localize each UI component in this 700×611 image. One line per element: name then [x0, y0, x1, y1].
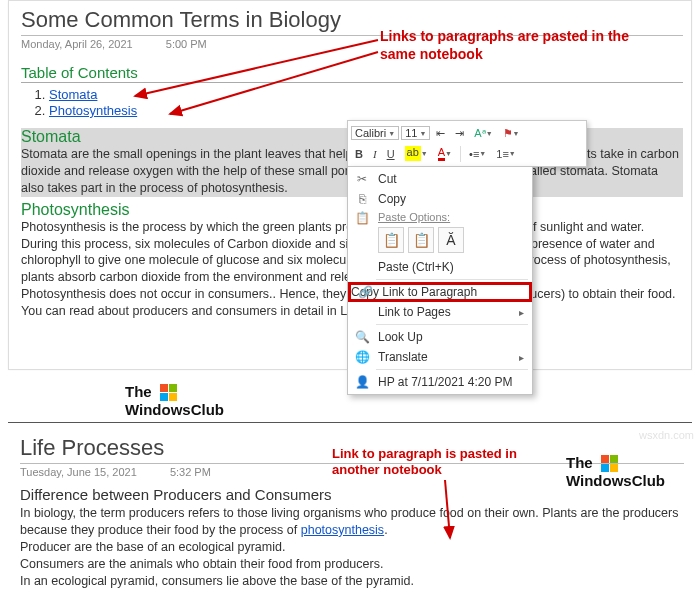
mini-toolbar: Calibri▼ 11▼ ⇤ ⇥ Aᵃ▼ ⚑▼ B I U ab▼ A▼ •≡▼…	[347, 120, 587, 167]
watermark: wsxdn.com	[639, 429, 694, 441]
page-date: Tuesday, June 15, 2021	[20, 466, 137, 478]
context-menu: ✂Cut ⎘Copy 📋Paste Options: 📋 📋 Ă Paste (…	[347, 166, 533, 395]
font-family-select[interactable]: Calibri▼	[351, 126, 399, 140]
menu-separator	[376, 369, 528, 370]
ctx-copy[interactable]: ⎘Copy	[348, 189, 532, 209]
body-line: In an ecological pyramid, consumers lie …	[20, 573, 684, 590]
paste-options-row: 📋 📋 Ă	[348, 225, 532, 257]
body-line: Producer are the base of an ecological p…	[20, 539, 684, 556]
ctx-link-to-pages[interactable]: Link to Pages	[348, 302, 532, 322]
toc-link-stomata[interactable]: Stomata	[49, 87, 97, 102]
scissors-icon: ✂	[354, 172, 370, 186]
windows-flag-icon	[160, 384, 178, 402]
photosynthesis-link[interactable]: photosynthesis	[301, 523, 384, 537]
body-paragraph: In biology, the term producers refers to…	[20, 505, 684, 539]
link-icon: 🔗	[357, 285, 373, 299]
paste-keep-source-icon[interactable]: 📋	[378, 227, 404, 253]
italic-button[interactable]: I	[369, 145, 381, 163]
decrease-indent-icon[interactable]: ⇤	[432, 124, 449, 142]
toc-heading: Table of Contents	[21, 64, 683, 83]
clipboard-icon: 📋	[354, 211, 370, 225]
paste-merge-icon[interactable]: 📋	[408, 227, 434, 253]
page-time: 5:00 PM	[166, 38, 207, 50]
copy-icon: ⎘	[354, 192, 370, 206]
windowsclub-logo: The WindowsClub	[566, 455, 665, 488]
toc-item: Stomata	[49, 87, 683, 102]
toc-list: Stomata Photosynthesis	[49, 87, 683, 118]
menu-separator	[376, 324, 528, 325]
ctx-look-up[interactable]: 🔍Look Up	[348, 327, 532, 347]
tag-icon[interactable]: ⚑▼	[499, 124, 524, 142]
font-color-button[interactable]: A▼	[434, 144, 456, 163]
page-time: 5:32 PM	[170, 466, 211, 478]
windowsclub-logo: The WindowsClub	[125, 384, 224, 417]
bold-button[interactable]: B	[351, 145, 367, 163]
page-divider	[8, 422, 692, 423]
toc-link-photosynthesis[interactable]: Photosynthesis	[49, 103, 137, 118]
highlight-button[interactable]: ab▼	[401, 144, 432, 163]
ctx-translate[interactable]: 🌐Translate	[348, 347, 532, 367]
paste-text-only-icon[interactable]: Ă	[438, 227, 464, 253]
translate-icon: 🌐	[354, 350, 370, 364]
font-size-select[interactable]: 11▼	[401, 126, 430, 140]
person-icon: 👤	[354, 375, 370, 389]
increase-indent-icon[interactable]: ⇥	[451, 124, 468, 142]
menu-separator	[376, 279, 528, 280]
ctx-author-timestamp[interactable]: 👤HP at 7/11/2021 4:20 PM	[348, 372, 532, 392]
ctx-copy-link-to-paragraph[interactable]: 🔗Copy Link to Paragraph	[348, 282, 532, 302]
underline-button[interactable]: U	[383, 145, 399, 163]
bullets-button[interactable]: •≡▼	[465, 145, 490, 163]
numbering-button[interactable]: 1≡▼	[492, 145, 519, 163]
floating-toolbar-and-context-menu: Calibri▼ 11▼ ⇤ ⇥ Aᵃ▼ ⚑▼ B I U ab▼ A▼ •≡▼…	[347, 120, 567, 395]
annotation-text-1: Links to paragraphs are pasted in the sa…	[380, 28, 660, 63]
windows-flag-icon	[601, 455, 619, 473]
search-icon: 🔍	[354, 330, 370, 344]
paste-options-label: 📋Paste Options:	[348, 209, 532, 225]
toc-item: Photosynthesis	[49, 103, 683, 118]
page-date: Monday, April 26, 2021	[21, 38, 133, 50]
ctx-paste[interactable]: Paste (Ctrl+K)	[348, 257, 532, 277]
ctx-cut[interactable]: ✂Cut	[348, 169, 532, 189]
styles-icon[interactable]: Aᵃ▼	[470, 124, 496, 142]
annotation-text-2: Link to paragraph is pasted in another n…	[332, 446, 552, 479]
body-line: Consumers are the animals who obtain the…	[20, 556, 684, 573]
